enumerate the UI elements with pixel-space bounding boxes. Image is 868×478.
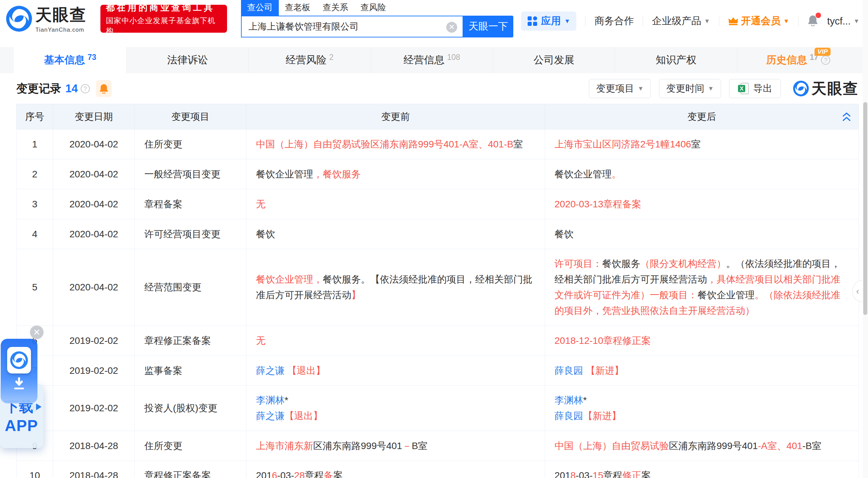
change-text-segment: 。 (612, 169, 621, 179)
change-text-segment: * (285, 395, 288, 405)
change-text-segment: -A室、401 (758, 441, 802, 451)
table-row: 32020-04-02章程备案无2020-03-13章程备案 (17, 189, 859, 219)
change-text-segment: -03- (277, 470, 294, 478)
enterprise-products-menu[interactable]: 企业级产品 ▼ (652, 14, 710, 28)
tianyancha-logo[interactable]: 天眼查 TianYanCha.com (6, 4, 86, 33)
notifications-bell[interactable] (807, 15, 818, 28)
open-membership-menu[interactable]: 开通会员 ▼ (728, 14, 789, 28)
scrollbar-thumb[interactable] (863, 102, 867, 315)
change-text-segment: 无 (256, 199, 266, 209)
change-text-segment: ，餐饮服务 (313, 169, 361, 179)
divider (719, 16, 719, 26)
tab-知识产权[interactable]: 知识产权 (615, 47, 737, 73)
change-date: 2018-04-28 (53, 431, 135, 461)
change-item: 章程备案 (135, 189, 246, 219)
table-row: 102018-04-28章程修正案备案2016-03-28章程备案2018-03… (17, 461, 859, 478)
person-link[interactable]: 李渊林 (256, 395, 285, 405)
tab-历史信息[interactable]: 历史信息17?VIP (737, 47, 859, 73)
scrollbar-track (863, 0, 868, 478)
notification-dot (816, 13, 821, 18)
person-link[interactable]: 薛良园 (554, 365, 583, 376)
filter-change-item-label: 变更项目 (596, 82, 634, 95)
collapse-table-icon[interactable] (842, 112, 851, 122)
clear-search-icon[interactable]: ✕ (446, 22, 457, 33)
tab-经营风险[interactable]: 经营风险2 (248, 47, 371, 73)
change-text-cell: 无 (246, 326, 545, 356)
logo-domain: TianYanCha.com (35, 27, 86, 33)
apps-menu[interactable]: 应用 ▼ (521, 12, 576, 31)
change-text-segment: （限分支机构经营） (640, 258, 726, 269)
chevron-down-icon: ▼ (638, 85, 644, 92)
search-tab[interactable]: 查老板 (279, 0, 317, 16)
company-section-tabs: 基本信息73法律诉讼经营风险2经营信息108公司发展知识产权历史信息17?VIP (0, 47, 868, 73)
divider (585, 16, 585, 26)
change-text-segment: 区浦东南路999号401 (313, 441, 402, 451)
change-text-cell: 2018-03-15章程修正案 (545, 461, 859, 478)
table-row: 12020-04-02住所变更中国（上海）自由贸易试验区浦东南路999号401-… (17, 129, 859, 159)
business-cooperation-link[interactable]: 商务合作 (594, 14, 634, 28)
change-text-cell: 薛之谦 【退出】 (246, 356, 545, 386)
section-title: 变更记录 (16, 81, 61, 96)
tab-公司发展[interactable]: 公司发展 (493, 47, 615, 73)
user-account-menu[interactable]: tycf... ▼ (827, 16, 859, 27)
search-input[interactable] (242, 21, 436, 32)
tab-基本信息[interactable]: 基本信息73 (14, 47, 126, 73)
change-text-segment: 餐饮企业管理 (554, 169, 612, 179)
export-button[interactable]: X 导出 (729, 79, 781, 98)
row-number: 5 (17, 249, 53, 326)
change-text-segment: 案 (641, 470, 651, 478)
search-tab[interactable]: 查关系 (317, 0, 354, 16)
person-link[interactable]: 薛之谦 (256, 365, 285, 376)
tab-label: 基本信息 (44, 53, 85, 67)
change-item: 经营范围变更 (135, 249, 246, 326)
filter-change-item-dropdown[interactable]: 变更项目 ▼ (589, 79, 651, 98)
table-row: 52020-04-02经营范围变更餐饮企业管理，餐饮服务。【依法须经批准的项目，… (17, 249, 859, 326)
search-tab[interactable]: 查公司 (241, 0, 279, 16)
change-item: 投资人(股权)变更 (135, 386, 246, 431)
change-text-segment: 餐饮企业管理 (697, 290, 755, 300)
row-number: 2 (17, 159, 53, 189)
tab-count-badge: 73 (87, 53, 96, 62)
tyc-swirl-icon (793, 81, 809, 96)
change-text-segment: 餐饮 (554, 229, 574, 239)
column-header: 变更日期 (53, 104, 135, 129)
change-text-segment: 8 (570, 470, 576, 478)
change-text-segment: 无 (256, 335, 266, 346)
column-header: 变更项目 (135, 104, 246, 129)
change-text-segment: -03- (576, 470, 593, 478)
change-text-segment: 餐饮企业管理 (256, 169, 313, 179)
change-text-cell: 2016-03-28章程备案 (246, 461, 545, 478)
help-icon[interactable]: ? (81, 84, 90, 93)
download-arrow-icon (12, 377, 26, 391)
tab-count-badge: 2 (329, 53, 334, 62)
nav-spacer (0, 47, 14, 73)
change-date: 2018-04-28 (53, 461, 135, 478)
search-tab[interactable]: 查风险 (354, 0, 392, 16)
change-text-segment: 章程 (305, 470, 324, 478)
change-text-cell: 餐饮 (545, 219, 859, 249)
person-link[interactable]: 薛良园 (554, 411, 583, 421)
change-text-segment: 中国（上海）自由贸易试验 (554, 441, 669, 451)
change-item: 章程修正案备案 (135, 326, 246, 356)
vip-badge: VIP (815, 48, 831, 56)
change-text-segment: 章程 (603, 470, 622, 478)
close-icon[interactable]: ✕ (30, 325, 44, 339)
tab-法律诉讼[interactable]: 法律诉讼 (126, 47, 248, 73)
change-text-segment: 【新进】 (583, 365, 624, 376)
tab-经营信息[interactable]: 经营信息108 (371, 47, 493, 73)
tab-label: 公司发展 (533, 53, 574, 67)
help-icon[interactable]: ? (821, 55, 830, 65)
tab-label: 经营信息 (403, 53, 444, 67)
brand-slogan-badge: 都在用的商业查询工具 国家中小企业发展子基金旗下机构 (100, 5, 227, 33)
business-cooperation-label: 商务合作 (594, 14, 634, 28)
download-app-card[interactable] (1, 339, 37, 403)
person-link[interactable]: 李渊林 (554, 395, 583, 405)
tab-label: 历史信息 (766, 53, 807, 67)
chevron-down-icon: ▼ (783, 18, 789, 25)
filter-change-time-dropdown[interactable]: 变更时间 ▼ (659, 79, 721, 98)
search-button[interactable]: 天眼一下 (463, 16, 513, 37)
change-item: 一般经营项目变更 (135, 159, 246, 189)
follow-changes-bell-button[interactable] (96, 80, 112, 97)
change-text-segment: 2018-12-10章程修正案 (554, 335, 651, 346)
person-link[interactable]: 薛之谦 (256, 411, 285, 421)
